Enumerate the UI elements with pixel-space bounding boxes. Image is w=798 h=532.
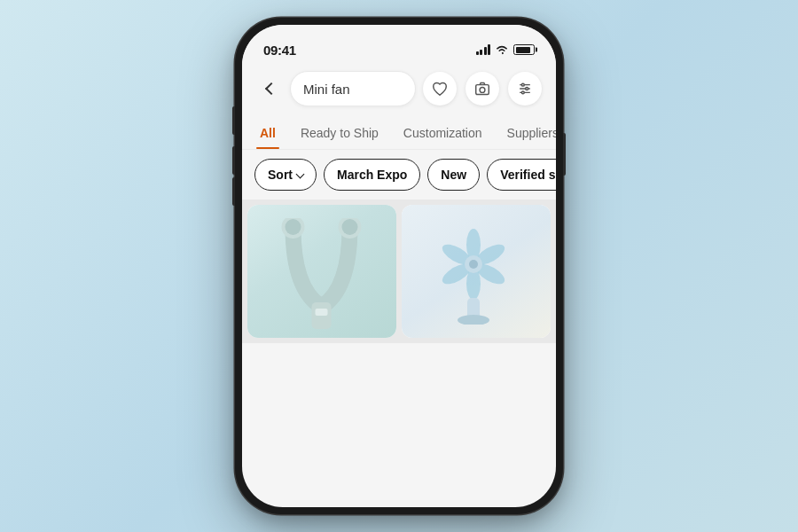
sort-label: Sort xyxy=(268,168,293,182)
camera-icon xyxy=(474,82,490,96)
svg-point-7 xyxy=(521,91,524,94)
wishlist-button[interactable] xyxy=(423,72,457,106)
new-filter[interactable]: New xyxy=(427,159,480,191)
product-image-neck-fan xyxy=(247,205,396,338)
march-expo-label: March Expo xyxy=(337,168,407,182)
status-icons xyxy=(476,44,536,55)
handheld-fan-illustration xyxy=(427,218,525,325)
march-expo-filter[interactable]: March Expo xyxy=(324,159,420,191)
svg-point-23 xyxy=(458,315,489,325)
sort-filter[interactable]: Sort xyxy=(254,159,317,191)
filter-bar: Sort March Expo New Verified suppliers xyxy=(242,150,556,200)
product-card-handheld-fan[interactable] xyxy=(402,205,551,338)
sort-chevron-icon xyxy=(296,169,305,178)
tab-customization[interactable]: Customization xyxy=(400,119,486,149)
search-action-buttons xyxy=(423,72,542,106)
back-chevron-icon xyxy=(265,82,278,95)
battery-icon xyxy=(513,44,535,55)
svg-point-21 xyxy=(469,260,478,269)
filter-settings-button[interactable] xyxy=(508,72,542,106)
category-tabs: All Ready to Ship Customization Supplier… xyxy=(242,115,556,150)
search-area: Mini fan xyxy=(242,64,556,115)
sliders-icon xyxy=(517,82,533,96)
camera-search-button[interactable] xyxy=(466,72,499,106)
neck-fan-illustration xyxy=(280,218,364,333)
product-card-neck-fan[interactable] xyxy=(247,205,396,338)
product-grid xyxy=(242,200,556,343)
svg-point-1 xyxy=(480,88,485,93)
product-image-handheld-fan xyxy=(402,205,551,338)
signal-icon xyxy=(476,44,491,55)
status-time: 09:41 xyxy=(263,43,296,58)
search-query: Mini fan xyxy=(303,82,403,97)
phone-mockup: 09:41 Mini fan xyxy=(235,18,563,514)
status-bar: 09:41 xyxy=(242,25,556,64)
verified-label: Verified suppliers xyxy=(500,168,556,182)
phone-screen: 09:41 Mini fan xyxy=(242,25,556,507)
tab-all[interactable]: All xyxy=(256,119,279,149)
svg-rect-13 xyxy=(316,309,328,316)
svg-point-9 xyxy=(286,219,301,235)
svg-point-11 xyxy=(342,219,358,235)
wifi-icon xyxy=(495,44,509,55)
search-bar[interactable]: Mini fan xyxy=(290,71,416,106)
back-button[interactable] xyxy=(256,75,283,102)
tab-suppliers[interactable]: Suppliers xyxy=(504,119,556,149)
new-label: New xyxy=(441,168,466,182)
heart-icon xyxy=(432,82,448,96)
verified-filter[interactable]: Verified suppliers xyxy=(487,159,556,191)
svg-point-6 xyxy=(526,88,528,90)
svg-point-5 xyxy=(521,83,524,86)
tab-ready-to-ship[interactable]: Ready to Ship xyxy=(297,119,382,149)
